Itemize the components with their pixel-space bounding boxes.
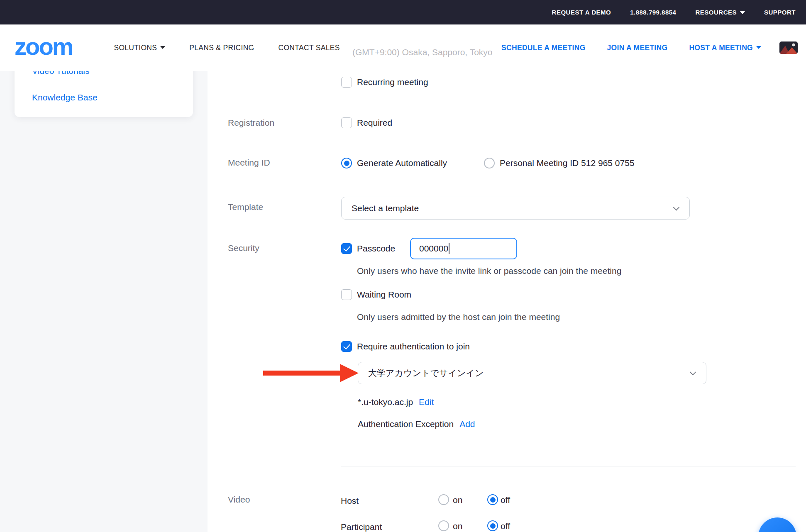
auth-exception-label: Authentication Exception (358, 419, 454, 429)
host-video-off-radio[interactable] (487, 494, 498, 505)
passcode-input[interactable]: 000000 (410, 238, 517, 259)
host-video-off-label[interactable]: off (501, 495, 510, 505)
section-divider (341, 466, 796, 466)
request-demo-link[interactable]: REQUEST A DEMO (552, 9, 611, 16)
video-section-label: Video (228, 495, 250, 505)
authentication-method-select[interactable]: 大学アカウントでサインイン (358, 362, 706, 384)
annotation-arrow (263, 364, 359, 384)
zoom-logo[interactable]: zoom (15, 34, 72, 59)
avatar-image (779, 41, 798, 54)
auth-domain-row: *.u-tokyo.ac.jp Edit (358, 397, 434, 407)
nav-solutions[interactable]: SOLUTIONS (114, 44, 165, 52)
nav-host-meeting[interactable]: HOST A MEETING (689, 44, 761, 52)
auth-domain-value: *.u-tokyo.ac.jp (358, 397, 413, 407)
waiting-room-label[interactable]: Waiting Room (357, 290, 411, 300)
utility-topbar: REQUEST A DEMO 1.888.799.8854 RESOURCES … (0, 0, 806, 24)
require-authentication-checkbox[interactable] (341, 341, 352, 352)
chevron-down-icon (690, 369, 696, 376)
recurring-meeting-label[interactable]: Recurring meeting (357, 77, 428, 87)
meeting-nav: SCHEDULE A MEETING JOIN A MEETING HOST A… (501, 44, 761, 52)
registration-section-label: Registration (228, 118, 274, 128)
security-section-label: Security (228, 243, 259, 253)
participant-video-off-radio[interactable] (487, 520, 498, 531)
passcode-label[interactable]: Passcode (357, 244, 395, 254)
resources-menu[interactable]: RESOURCES (695, 9, 745, 16)
timezone-ghost-text: (GMT+9:00) Osaka, Sapporo, Tokyo (352, 47, 493, 57)
sidebar-item-knowledge-base[interactable]: Knowledge Base (32, 93, 98, 102)
generate-automatically-radio[interactable] (341, 158, 352, 168)
chevron-down-icon (673, 204, 680, 211)
nav-join-meeting[interactable]: JOIN A MEETING (607, 44, 668, 52)
generate-automatically-label[interactable]: Generate Automatically (357, 158, 447, 168)
auth-exception-add-link[interactable]: Add (459, 419, 475, 429)
caret-down-icon (756, 46, 761, 49)
phone-number-link[interactable]: 1.888.799.8854 (630, 9, 676, 16)
passcode-help-text: Only users who have the invite link or p… (357, 266, 621, 276)
support-link[interactable]: SUPPORT (764, 9, 796, 16)
video-participant-label: Participant (341, 522, 382, 532)
authentication-method-value: 大学アカウントでサインイン (368, 367, 484, 379)
text-cursor (449, 243, 449, 254)
participant-video-on-radio[interactable] (438, 520, 449, 531)
caret-down-icon (160, 46, 165, 49)
nav-schedule-meeting[interactable]: SCHEDULE A MEETING (501, 44, 585, 52)
registration-required-label[interactable]: Required (357, 118, 392, 128)
help-button[interactable] (758, 517, 796, 532)
host-video-on-radio[interactable] (438, 494, 449, 505)
participant-video-on-label[interactable]: on (453, 521, 462, 531)
nav-contact-sales[interactable]: CONTACT SALES (278, 44, 340, 52)
template-select-value: Select a template (352, 203, 419, 213)
auth-domain-edit-link[interactable]: Edit (419, 397, 434, 407)
participant-video-off-label[interactable]: off (501, 521, 510, 531)
template-section-label: Template (228, 202, 263, 212)
personal-meeting-id-radio[interactable] (484, 158, 495, 168)
require-authentication-label[interactable]: Require authentication to join (357, 342, 470, 351)
caret-down-icon (740, 11, 745, 14)
waiting-room-checkbox[interactable] (341, 289, 352, 300)
template-select[interactable]: Select a template (341, 197, 690, 220)
recurring-meeting-checkbox[interactable] (341, 77, 352, 88)
passcode-value: 000000 (419, 244, 448, 254)
auth-exception-row: Authentication Exception Add (358, 419, 475, 429)
host-video-on-label[interactable]: on (453, 495, 462, 505)
registration-required-checkbox[interactable] (341, 117, 352, 128)
meeting-id-section-label: Meeting ID (228, 158, 270, 168)
video-host-label: Host (341, 496, 359, 506)
primary-nav: SOLUTIONS PLANS & PRICING CONTACT SALES (114, 44, 339, 52)
user-avatar[interactable] (779, 41, 798, 54)
zoom-schedule-meeting-page: (GMT+9:00) Osaka, Sapporo, Tokyo Video T… (0, 0, 806, 532)
nav-plans-pricing[interactable]: PLANS & PRICING (189, 44, 254, 52)
passcode-checkbox[interactable] (341, 243, 352, 254)
personal-meeting-id-label[interactable]: Personal Meeting ID 512 965 0755 (500, 158, 635, 168)
waiting-room-help-text: Only users admitted by the host can join… (357, 312, 560, 322)
